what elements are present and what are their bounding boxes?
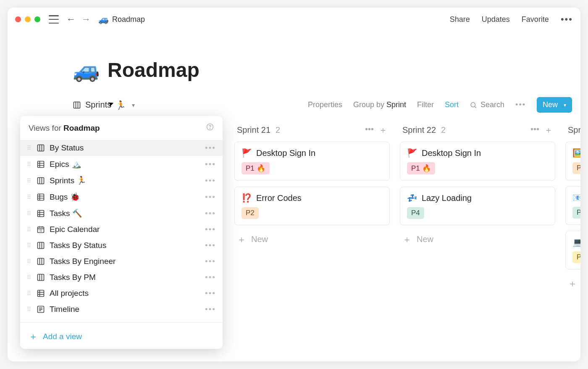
sort-button[interactable]: Sort: [445, 100, 459, 109]
svg-text:31: 31: [39, 229, 42, 232]
chevron-down-icon: ▾: [132, 102, 135, 108]
board-card[interactable]: 🚩 Desktop Sign In P1 🔥: [234, 142, 390, 181]
card-icon: 🖼️: [572, 148, 580, 158]
board-card[interactable]: ⁉️ Error Codes P2: [234, 187, 390, 225]
view-option[interactable]: ⠿By Status•••: [20, 140, 223, 156]
page-title[interactable]: Roadmap: [108, 58, 200, 82]
view-option[interactable]: ⠿Timeline•••: [20, 301, 223, 317]
card-title: Error Codes: [256, 193, 302, 203]
view-option-more-icon[interactable]: •••: [205, 209, 216, 218]
drag-handle-icon[interactable]: ⠿: [26, 226, 32, 233]
group-by-button[interactable]: Group by Sprint: [353, 100, 406, 109]
column-name[interactable]: Spri: [568, 125, 580, 135]
view-option-more-icon[interactable]: •••: [205, 143, 216, 153]
view-option[interactable]: ⠿Tasks By Engineer•••: [20, 253, 223, 269]
column-header: Sprint 21 2 ••• ＋: [234, 124, 390, 142]
view-option-more-icon[interactable]: •••: [205, 176, 216, 185]
breadcrumb[interactable]: 🚙 Roadmap: [98, 14, 145, 24]
card-title-row: 💤 Lazy Loading: [407, 193, 548, 203]
drag-handle-icon[interactable]: ⠿: [26, 210, 32, 217]
minimize-window-button[interactable]: [25, 16, 31, 22]
maximize-window-button[interactable]: [34, 16, 40, 22]
column-more-icon[interactable]: •••: [365, 124, 374, 136]
plus-icon: ＋: [29, 332, 38, 341]
view-option-more-icon[interactable]: •••: [205, 225, 216, 234]
share-button[interactable]: Share: [450, 15, 470, 24]
view-option-label: Tasks 🔨: [50, 208, 82, 218]
add-view-label: Add a view: [43, 332, 82, 341]
card-title-row: 🖼️: [572, 148, 580, 158]
priority-badge: P1 🔥: [407, 162, 435, 174]
table-icon: [36, 209, 45, 218]
view-option-more-icon[interactable]: •••: [205, 160, 216, 169]
view-option-more-icon[interactable]: •••: [205, 241, 216, 250]
board-card[interactable]: 🖼️ P2: [565, 142, 580, 180]
page-icon[interactable]: 🚙: [73, 57, 100, 83]
view-option[interactable]: ⠿Tasks 🔨•••: [20, 205, 223, 221]
view-option-more-icon[interactable]: •••: [205, 305, 216, 314]
view-option[interactable]: ⠿Sprints 🏃•••: [20, 172, 223, 189]
drag-handle-icon[interactable]: ⠿: [26, 177, 32, 184]
drag-handle-icon[interactable]: ⠿: [26, 274, 32, 281]
priority-badge: P4: [407, 207, 424, 219]
drag-handle-icon[interactable]: ⠿: [26, 161, 32, 168]
view-option-more-icon[interactable]: •••: [205, 192, 216, 202]
board-card[interactable]: 💤 Lazy Loading P4: [400, 187, 555, 225]
board-card[interactable]: 🚩 Desktop Sign In P1 🔥: [400, 142, 555, 181]
svg-point-6: [210, 129, 210, 129]
properties-button[interactable]: Properties: [308, 100, 342, 109]
column-name[interactable]: Sprint 22: [402, 125, 436, 135]
board-card[interactable]: 📧 P4: [565, 186, 580, 225]
card-title: Desktop Sign In: [256, 148, 315, 158]
add-view-button[interactable]: ＋ Add a view: [20, 325, 223, 349]
column-more-icon[interactable]: •••: [530, 124, 539, 136]
view-option-more-icon[interactable]: •••: [205, 257, 216, 266]
back-button[interactable]: ←: [66, 15, 76, 24]
column-add-icon[interactable]: ＋: [379, 124, 387, 136]
search-button[interactable]: Search: [470, 100, 504, 109]
drag-handle-icon[interactable]: ⠿: [26, 306, 32, 313]
drag-handle-icon[interactable]: ⠿: [26, 290, 32, 297]
toolbar-more-icon[interactable]: •••: [515, 100, 526, 109]
filter-button[interactable]: Filter: [417, 100, 434, 109]
plus-icon: ＋: [237, 235, 246, 244]
add-card-button[interactable]: ＋ New: [400, 231, 555, 248]
close-window-button[interactable]: [15, 16, 21, 22]
column-name[interactable]: Sprint 21: [237, 125, 270, 135]
view-selector[interactable]: Sprints 🏃 ▾: [73, 100, 135, 110]
view-option-more-icon[interactable]: •••: [205, 289, 216, 298]
view-option[interactable]: ⠿31Epic Calendar•••: [20, 221, 223, 237]
column-count: 2: [276, 125, 280, 135]
more-menu-icon[interactable]: •••: [561, 14, 573, 25]
add-card-button[interactable]: ＋ N: [565, 275, 580, 292]
view-option[interactable]: ⠿Bugs 🐞•••: [20, 189, 223, 205]
view-option-label: Epic Calendar: [50, 225, 100, 234]
divider: [20, 322, 223, 323]
view-option[interactable]: ⠿Epics 🏔️•••: [20, 156, 223, 172]
view-option[interactable]: ⠿Tasks By Status•••: [20, 237, 223, 253]
help-icon[interactable]: [206, 123, 214, 133]
card-title-row: ⁉️ Error Codes: [242, 193, 383, 203]
drag-handle-icon[interactable]: ⠿: [26, 258, 32, 265]
view-option-label: Bugs 🐞: [50, 192, 80, 202]
menu-icon[interactable]: [49, 15, 59, 24]
drag-handle-icon[interactable]: ⠿: [26, 242, 32, 249]
view-option[interactable]: ⠿All projects•••: [20, 285, 223, 301]
view-option-label: Tasks By Engineer: [50, 257, 116, 266]
view-option[interactable]: ⠿Tasks By PM•••: [20, 269, 223, 285]
updates-button[interactable]: Updates: [482, 15, 510, 24]
drag-handle-icon[interactable]: ⠿: [26, 194, 32, 200]
view-option-more-icon[interactable]: •••: [205, 273, 216, 282]
list-icon: [36, 305, 45, 314]
favorite-button[interactable]: Favorite: [522, 15, 549, 24]
column-add-icon[interactable]: ＋: [544, 124, 553, 136]
svg-rect-39: [38, 290, 44, 297]
board-card[interactable]: 💻 P3: [565, 231, 580, 269]
forward-button[interactable]: →: [81, 15, 91, 24]
add-card-button[interactable]: ＋ New: [234, 231, 390, 248]
new-button[interactable]: New ▾: [537, 97, 572, 113]
priority-badge: P4: [572, 207, 580, 219]
view-toolbar-row: Sprints 🏃 ▾ ➤ Properties Group by Sprint…: [8, 83, 580, 118]
view-option-label: By Status: [50, 143, 84, 153]
drag-handle-icon[interactable]: ⠿: [26, 145, 32, 151]
